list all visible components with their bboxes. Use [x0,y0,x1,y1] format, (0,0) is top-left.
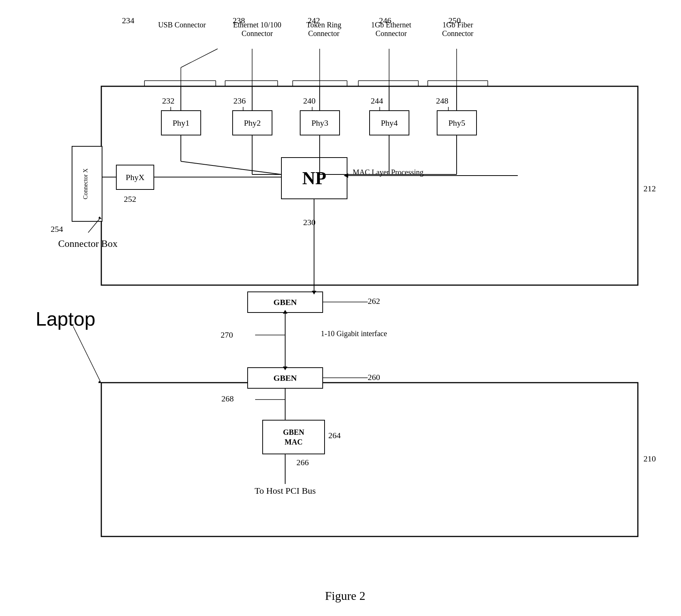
ref-268: 268 [221,394,234,404]
laptop-label: Laptop [36,308,95,330]
usb-connector-label: USB Connector [146,21,218,29]
interface-label: 1-10 Gigabit interface [321,329,387,338]
ref-234: 234 [122,16,134,26]
phyx-label: PhyX [116,165,154,189]
svg-rect-1 [101,383,638,536]
eth10100-connector-label: Ethernet 10/100Ethernet 10/100 Connector… [224,21,290,38]
token-ring-connector-label: Token RingConnector [294,21,354,38]
1gb-fiber-connector-label: 1Gb FiberConnector [428,21,488,38]
ref-232: 232 [162,96,174,106]
ref-270: 270 [221,330,233,340]
ref-248: 248 [436,96,448,106]
ref-244: 244 [371,96,383,106]
phy3-label: Phy3 [300,111,340,135]
svg-line-25 [181,161,281,174]
ref-254: 254 [51,224,63,234]
ref-210: 210 [643,454,656,464]
1gb-ethernet-connector-label: 1Gb EthernetConnector [360,21,422,38]
mac-layer-label: MAC Layer Processing [353,168,424,177]
ref-260: 260 [368,373,380,382]
phy1-label: Phy1 [161,111,201,135]
figure-label: Figure 2 [308,589,383,603]
ref-252: 252 [124,194,136,204]
ref-264: 264 [328,431,341,440]
ref-266: 266 [296,458,309,467]
phy4-label: Phy4 [370,111,409,135]
phy2-label: Phy2 [233,111,272,135]
gben-top-label: GBEN [248,292,323,313]
diagram-container: 234 238 242 246 250 232 236 240 244 248 … [0,0,681,616]
ref-212: 212 [643,184,656,194]
phy5-label: Phy5 [437,111,477,135]
svg-line-19 [181,49,218,68]
connector-x-label: Connector X [71,146,101,221]
ref-230: 230 [303,218,316,227]
np-label: NP [281,158,347,199]
svg-line-50 [73,326,101,382]
to-host-pci-label: To Host PCI Bus [248,486,323,496]
svg-marker-51 [98,381,102,383]
ref-236: 236 [233,96,246,106]
ref-240: 240 [303,96,316,106]
gben-mac-label: GBENMAC [263,420,325,454]
gben-bottom-label: GBEN [248,368,323,388]
connector-box-label: Connector Box [58,238,117,249]
diagram-svg [0,0,681,616]
ref-262: 262 [368,296,380,306]
